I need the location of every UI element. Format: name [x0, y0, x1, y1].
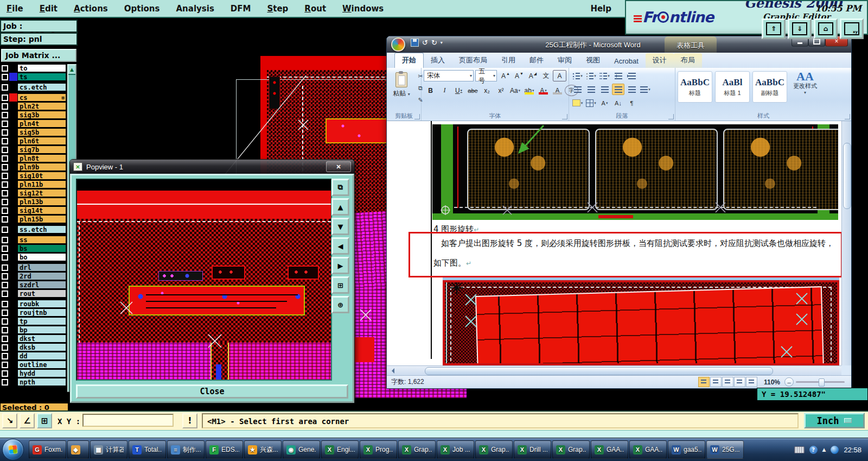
layer-name[interactable]: bo [17, 253, 66, 261]
change-styles-button[interactable]: AA 更改样式 ▾ [790, 71, 820, 95]
layer-name[interactable]: pln6t [17, 137, 66, 145]
layer-color-swatch[interactable] [9, 146, 17, 154]
layer-name[interactable]: pln8t [17, 154, 66, 162]
distributed-button[interactable] [626, 84, 638, 95]
layer-name[interactable]: sig5b [17, 128, 66, 136]
zoom-slider[interactable] [796, 381, 845, 383]
layer-row-tp[interactable]: tp [0, 317, 66, 325]
paragraph-dialog-launcher[interactable] [668, 114, 674, 119]
menu-dfm[interactable]: DFM [231, 4, 251, 14]
layer-name[interactable]: sig7b [17, 146, 66, 154]
layer-checkbox[interactable] [0, 83, 9, 91]
layer-color-swatch[interactable] [9, 378, 17, 386]
layer-checkbox[interactable] [0, 253, 9, 261]
taskbar-item-GAA...[interactable]: XGAA... [629, 440, 667, 459]
tray-expand-icon[interactable]: ▲ [822, 447, 826, 452]
zoom-slider-thumb[interactable] [819, 378, 825, 387]
vertical-scrollbar[interactable] [841, 121, 851, 365]
xy-input[interactable] [82, 414, 174, 427]
layer-name[interactable]: to [17, 64, 66, 72]
menu-windows[interactable]: Windows [342, 4, 384, 14]
home-button[interactable]: ⌂ [814, 18, 838, 39]
layer-color-swatch[interactable] [9, 206, 17, 214]
layer-checkbox[interactable] [0, 369, 9, 377]
layer-color-swatch[interactable] [9, 198, 17, 206]
layer-row-pln15b[interactable]: pln15b [0, 215, 66, 223]
borders-button[interactable]: ▾ [585, 97, 597, 109]
layer-row-pln2t[interactable]: pln2t [0, 102, 66, 110]
undo-icon[interactable]: ↺ [422, 39, 428, 47]
qat-dropdown-icon[interactable]: ▾ [441, 40, 443, 45]
layer-checkbox[interactable] [0, 326, 9, 334]
layer-color-swatch[interactable] [9, 189, 17, 197]
layer-checkbox[interactable] [0, 111, 9, 119]
layer-color-swatch[interactable] [9, 300, 17, 308]
layer-name[interactable]: pln15b [17, 215, 66, 223]
doc-paragraph-line2[interactable]: 如下图。↵ [433, 258, 471, 268]
redo-icon[interactable]: ↻ [431, 39, 437, 47]
font-name-select[interactable]: 宋体▾ [424, 70, 474, 81]
layer-name[interactable]: szdrl [17, 281, 66, 289]
clipboard-dialog-launcher[interactable] [414, 114, 420, 119]
tab-邮件[interactable]: 邮件 [522, 53, 551, 68]
layer-checkbox[interactable] [0, 64, 9, 72]
bold-button[interactable]: B [424, 85, 437, 96]
taskbar-item-Drill ...[interactable]: XDrill ... [514, 440, 551, 459]
alert-button[interactable]: ! [182, 413, 197, 428]
layer-checkbox[interactable] [0, 317, 9, 325]
layer-name[interactable]: rout [17, 289, 66, 298]
layer-name[interactable]: bs [17, 244, 66, 252]
menu-step[interactable]: Step [267, 4, 288, 14]
layer-color-swatch[interactable] [9, 253, 17, 261]
layer-name[interactable]: cs.etch [17, 83, 66, 91]
layer-color-swatch[interactable] [9, 272, 17, 280]
align-left-button[interactable] [571, 84, 584, 95]
layer-name[interactable]: pln2t [17, 102, 66, 110]
layer-row-rout[interactable]: rout [0, 289, 66, 298]
layer-row-pln8t[interactable]: pln8t [0, 154, 66, 162]
layer-name[interactable]: dd [17, 352, 66, 360]
layer-row-pln6t[interactable]: pln6t [0, 137, 66, 145]
save-icon[interactable] [411, 39, 419, 47]
layer-checkbox[interactable] [0, 215, 9, 223]
layer-checkbox[interactable] [0, 206, 9, 214]
tab-布局[interactable]: 布局 [674, 53, 702, 68]
layer-color-swatch[interactable] [9, 137, 17, 145]
layer-row-dd[interactable]: dd [0, 352, 66, 360]
scroll-up-icon[interactable]: ▲ [68, 65, 75, 75]
layer-row-szdrl[interactable]: szdrl [0, 281, 66, 289]
layer-row-bo[interactable]: bo [0, 253, 66, 261]
tab-页面布局[interactable]: 页面布局 [452, 53, 494, 68]
layer-name[interactable]: ts [17, 73, 66, 81]
layer-checkbox[interactable] [0, 137, 9, 145]
layer-name[interactable]: outline [17, 361, 66, 369]
document-area[interactable]: 4 图形旋转↵ 如客户提出图形旋转 5 度，则必须采用旋转图形拼板，当有阻抗测试… [387, 121, 841, 365]
layer-checkbox[interactable] [0, 189, 9, 197]
layer-color-swatch[interactable] [9, 180, 17, 188]
clear-format-button[interactable]: A◢ [526, 70, 539, 81]
layer-color-swatch[interactable] [9, 64, 17, 72]
tab-Acrobat[interactable]: Acrobat [607, 55, 646, 68]
layer-checkbox[interactable] [0, 73, 9, 81]
layer-checkbox[interactable] [0, 93, 9, 102]
zoom-extents-button[interactable]: ⊕ [331, 296, 349, 313]
sort-button[interactable]: A↓ [612, 97, 624, 109]
layer-row-sig12t[interactable]: sig12t [0, 189, 66, 197]
layer-checkbox[interactable] [0, 378, 9, 386]
layer-row-dkst[interactable]: dkst [0, 334, 66, 343]
layer-color-swatch[interactable] [9, 343, 17, 351]
line-spacing-button[interactable]: ▾ [639, 84, 652, 95]
tab-审阅[interactable]: 审阅 [551, 53, 579, 68]
layer-checkbox[interactable] [0, 102, 9, 110]
layer-name[interactable]: pln9b [17, 163, 66, 171]
layer-row-sig3b[interactable]: sig3b [0, 111, 66, 119]
layer-name[interactable]: pln13b [17, 198, 66, 206]
align-center-button[interactable] [585, 84, 597, 95]
style-标题 1[interactable]: AaBl标题 1 [715, 71, 750, 103]
layer-color-swatch[interactable] [9, 154, 17, 162]
layer-row-bs[interactable]: bs [0, 244, 66, 252]
layer-row-roubk[interactable]: roubk [0, 300, 66, 308]
grow-font-button[interactable]: A▲ [499, 70, 512, 81]
layer-color-swatch[interactable] [9, 128, 17, 136]
grid-icon[interactable]: ⊞ [37, 413, 52, 428]
